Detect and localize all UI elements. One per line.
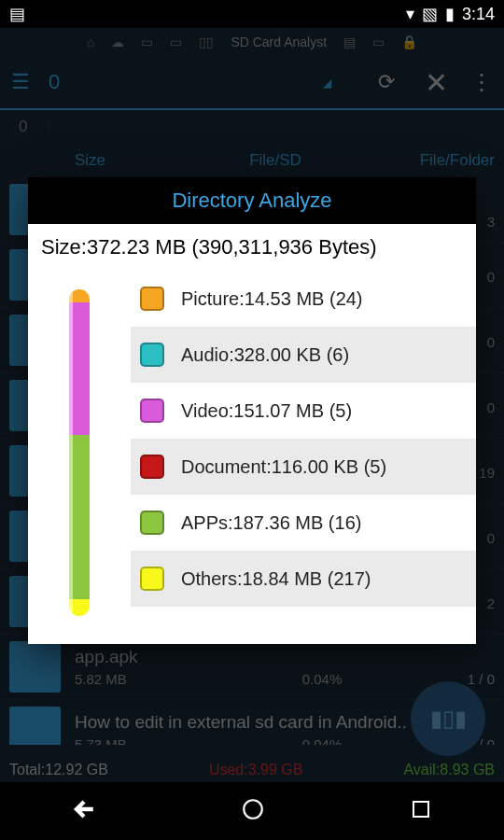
file-pct: 0.04% bbox=[205, 736, 439, 745]
file-thumb bbox=[9, 641, 61, 693]
category-label: Picture:14.53 MB (24) bbox=[181, 288, 363, 310]
col-file-folder[interactable]: File/Folder bbox=[383, 151, 495, 170]
pc-icon[interactable]: ▭ bbox=[141, 35, 153, 49]
category-row[interactable]: APPs:187.36 MB (16) bbox=[131, 495, 476, 551]
chat-icon[interactable]: ▭ bbox=[372, 35, 385, 49]
file-pct: 0.04% bbox=[205, 671, 439, 687]
category-label: Others:18.84 MB (217) bbox=[181, 568, 371, 590]
list-icon[interactable]: ☰ bbox=[11, 70, 30, 94]
color-swatch bbox=[140, 511, 164, 535]
lock-icon[interactable]: 🔒 bbox=[401, 35, 417, 49]
file-thumb bbox=[9, 707, 61, 745]
file-size: 5.73 MB bbox=[75, 736, 205, 745]
bar-segment bbox=[69, 302, 90, 435]
dialog-title-bar: Directory Analyze bbox=[28, 177, 476, 224]
bar-segment bbox=[69, 435, 90, 599]
dialog-title: Directory Analyze bbox=[172, 189, 331, 213]
toolbar: ☰ 0 ◢ ⟳ ✕ ⋮ bbox=[0, 56, 504, 108]
bar-chart-icon: ▮▯▮ bbox=[430, 706, 467, 732]
clock: 3:14 bbox=[462, 5, 495, 24]
file-name: app.apk bbox=[75, 647, 495, 667]
mini-toolbar: ⌂ ☁ ▭ ▭ ▯▯ SD Card Analyst ▤ ▭ 🔒 bbox=[0, 28, 504, 56]
category-label: Video:151.07 MB (5) bbox=[181, 400, 352, 422]
chevron-right-icon: 〉 bbox=[46, 117, 62, 138]
directory-analyze-dialog: Directory Analyze Size:372.23 MB (390,31… bbox=[28, 177, 476, 644]
refresh-icon[interactable]: ⟳ bbox=[378, 70, 395, 94]
close-icon[interactable]: ✕ bbox=[425, 66, 448, 99]
category-row[interactable]: Picture:14.53 MB (24) bbox=[131, 271, 476, 327]
category-label: Document:116.00 KB (5) bbox=[181, 456, 386, 478]
color-swatch bbox=[140, 567, 164, 591]
bar-segment bbox=[69, 599, 90, 616]
col-size[interactable]: Size bbox=[75, 151, 168, 170]
nav-back-icon[interactable] bbox=[72, 797, 96, 825]
svg-point-0 bbox=[244, 800, 262, 819]
category-label: Audio:328.00 KB (6) bbox=[181, 344, 349, 366]
dropdown-arrow-icon: ◢ bbox=[323, 77, 331, 90]
category-row[interactable]: Document:116.00 KB (5) bbox=[131, 439, 476, 495]
sd-card-icon: ▤ bbox=[9, 4, 25, 24]
home-icon[interactable]: ⌂ bbox=[87, 35, 94, 49]
bar-segment bbox=[69, 289, 90, 302]
storage-avail: Avail:8.93 GB bbox=[403, 762, 495, 778]
file-size: 5.82 MB bbox=[75, 671, 205, 687]
sd-icon[interactable]: ▯▯ bbox=[199, 35, 214, 49]
selection-count[interactable]: 0 bbox=[49, 70, 60, 94]
category-row[interactable]: Audio:328.00 KB (6) bbox=[131, 327, 476, 383]
nav-bar bbox=[0, 782, 504, 840]
nav-home-icon[interactable] bbox=[241, 797, 265, 825]
col-file-sd[interactable]: File/SD bbox=[168, 151, 383, 170]
usage-bar-column bbox=[28, 271, 131, 644]
category-row[interactable]: Video:151.07 MB (5) bbox=[131, 383, 476, 439]
dialog-size-line: Size:372.23 MB (390,311,936 Bytes) bbox=[28, 224, 476, 271]
wifi-icon: ▾ bbox=[406, 4, 414, 24]
breadcrumb[interactable]: 0 〉 bbox=[0, 110, 504, 144]
more-icon[interactable]: ⋮ bbox=[470, 69, 493, 95]
category-list: Picture:14.53 MB (24) Audio:328.00 KB (6… bbox=[131, 271, 476, 644]
app-title: SD Card Analyst bbox=[231, 35, 327, 49]
color-swatch bbox=[140, 399, 164, 423]
storage-bar: Total:12.92 GB Used:3.99 GB Avail:8.93 G… bbox=[0, 745, 504, 782]
color-swatch bbox=[140, 455, 164, 479]
svg-rect-1 bbox=[413, 802, 428, 817]
status-bar: ▤ ▾ ▧ ▮ 3:14 bbox=[0, 0, 504, 28]
nav-recent-icon[interactable] bbox=[410, 798, 432, 824]
color-swatch bbox=[140, 287, 164, 311]
column-headers: Size File/SD File/Folder bbox=[0, 144, 504, 177]
category-row[interactable]: Others:18.84 MB (217) bbox=[131, 551, 476, 607]
battery-icon: ▮ bbox=[445, 4, 455, 24]
storage-used: Used:3.99 GB bbox=[209, 762, 303, 778]
usage-vertical-bar bbox=[69, 289, 90, 616]
storage-total: Total:12.92 GB bbox=[9, 762, 108, 778]
cloud-icon[interactable]: ☁ bbox=[111, 35, 124, 49]
breadcrumb-segment: 0 bbox=[19, 118, 27, 136]
category-label: APPs:187.36 MB (16) bbox=[181, 512, 361, 534]
chip-icon[interactable]: ▤ bbox=[343, 35, 356, 49]
screen-icon[interactable]: ▭ bbox=[170, 35, 182, 49]
color-swatch bbox=[140, 343, 164, 367]
no-sim-icon: ▧ bbox=[422, 4, 438, 24]
